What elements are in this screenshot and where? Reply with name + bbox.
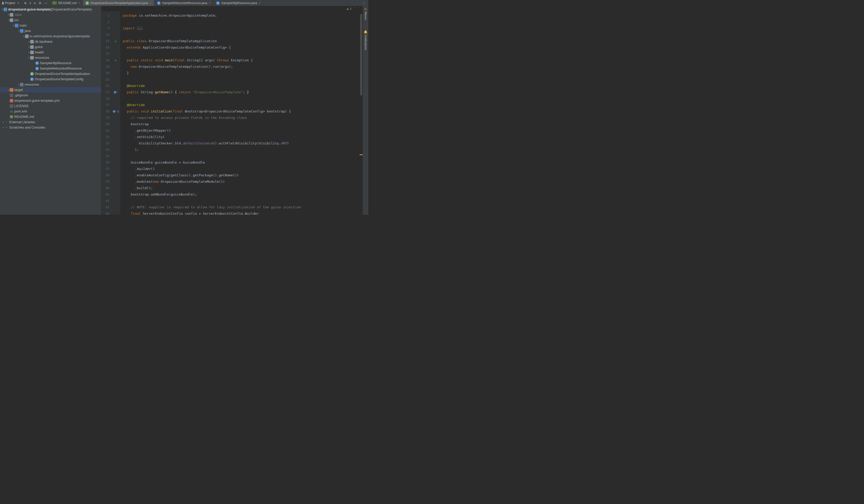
override-icon[interactable]: [113, 110, 115, 113]
gutter-icon-cell[interactable]: [112, 114, 120, 121]
line-number[interactable]: 17: [102, 51, 109, 57]
tree-node[interactable]: CDropwizardGuiceTemplateApplication: [0, 71, 101, 76]
tree-node[interactable]: ▾resources: [0, 55, 101, 60]
gutter-icon-cell[interactable]: [112, 179, 120, 185]
line-number[interactable]: 2: [102, 19, 109, 25]
code-line[interactable]: GuiceBundle guiceBundle = GuiceBundle: [123, 159, 360, 165]
tree-node[interactable]: LICENSE: [0, 103, 101, 109]
editor-tab[interactable]: CSampleHttpResource.java✕: [214, 0, 263, 6]
line-number[interactable]: 42: [102, 198, 109, 204]
gutter-icon-cell[interactable]: [112, 121, 120, 127]
code-line[interactable]: new DropwizardGuiceTemplateApplication()…: [123, 63, 360, 70]
close-icon[interactable]: ✕: [149, 1, 152, 4]
gutter-icon-cell[interactable]: [112, 204, 120, 210]
notifications-tool-button[interactable]: 🔔 Notifications: [364, 30, 368, 50]
gutter-icon-cell[interactable]: [112, 191, 120, 198]
code-line[interactable]: // NOTE: supplier is required to allow f…: [123, 204, 360, 210]
tree-node[interactable]: ▸✎Scratches and Consoles: [0, 125, 101, 130]
tree-node[interactable]: ▾io.sethmachine.dropwizardguicetemplate: [0, 34, 101, 39]
maven-tool-button[interactable]: m Maven: [364, 8, 367, 20]
settings-icon[interactable]: ⚙: [39, 1, 41, 5]
gutter-icon-cell[interactable]: [112, 76, 120, 83]
line-number[interactable]: 30: [102, 121, 109, 127]
close-icon[interactable]: ✕: [209, 1, 211, 4]
line-number[interactable]: 34: [102, 146, 109, 153]
code-line[interactable]: );: [123, 146, 360, 153]
project-tree[interactable]: ▾dropwizard-guice-template [DropwizardGu…: [0, 6, 101, 131]
line-number[interactable]: 40: [102, 185, 109, 191]
tabs-overflow[interactable]: ⋮: [360, 0, 368, 6]
line-number[interactable]: 33: [102, 140, 109, 146]
tree-node[interactable]: ▾src: [0, 17, 101, 23]
tree-node[interactable]: ▸health: [0, 50, 101, 55]
project-tree-panel[interactable]: ▾dropwizard-guice-template [DropwizardGu…: [0, 6, 101, 215]
code-line[interactable]: final ServerEndpointConfig config = Serv…: [123, 210, 360, 215]
gutter-icon-cell[interactable]: [112, 83, 120, 89]
tree-node[interactable]: CSampleWebsocketResource: [0, 66, 101, 71]
code-line[interactable]: .build();: [123, 185, 360, 191]
gutter-icon-cell[interactable]: ↑@: [112, 108, 120, 114]
tree-node[interactable]: CSampleHttpResource: [0, 60, 101, 66]
minimize-icon[interactable]: —: [44, 1, 47, 5]
code-line[interactable]: [123, 198, 360, 204]
gutter-icon-cell[interactable]: ▶: [112, 38, 120, 44]
line-number[interactable]: 23: [102, 89, 109, 95]
gutter-icon-cell[interactable]: [112, 159, 120, 165]
line-number[interactable]: 14: [102, 32, 109, 38]
tree-node[interactable]: .gitignore: [0, 93, 101, 98]
gutter-icon-cell[interactable]: ↑: [112, 89, 120, 95]
code-area[interactable]: package io.sethmachine.dropwizardguicete…: [120, 11, 360, 215]
tree-root[interactable]: ▾dropwizard-guice-template [DropwizardGu…: [0, 7, 101, 12]
gutter-icon-cell[interactable]: [112, 12, 120, 19]
tree-node[interactable]: mpom.xml: [0, 109, 101, 114]
tree-node[interactable]: ▸⫴External Libraries: [0, 119, 101, 125]
line-number[interactable]: 27: [102, 102, 109, 108]
line-number[interactable]: 3: [102, 25, 109, 32]
run-icon[interactable]: ▶: [115, 38, 117, 44]
code-line[interactable]: bootstrap: [123, 121, 360, 127]
code-line[interactable]: @Override: [123, 83, 360, 89]
more-icon[interactable]: ⋮: [363, 1, 366, 5]
line-number[interactable]: 43: [102, 204, 109, 210]
gutter-icon-cell[interactable]: [112, 165, 120, 172]
collapse-icon[interactable]: ≑: [34, 1, 36, 5]
line-number[interactable]: 19: [102, 63, 109, 70]
code-line[interactable]: public String getName() { return "Dropwi…: [123, 89, 360, 95]
code-line[interactable]: [123, 19, 360, 25]
next-highlight-icon[interactable]: ˅: [358, 7, 360, 11]
warnings-indicator[interactable]: ▲ 1: [346, 7, 351, 10]
gutter-icon-cell[interactable]: [112, 70, 120, 76]
code-line[interactable]: [123, 32, 360, 38]
tree-node[interactable]: ▾.idea: [0, 12, 101, 17]
line-number[interactable]: 38: [102, 172, 109, 179]
gutter-icon-cell[interactable]: [112, 172, 120, 179]
line-number[interactable]: 28: [102, 108, 109, 114]
gutter-icon-cell[interactable]: [112, 51, 120, 57]
code-line[interactable]: .setVisibility(: [123, 134, 360, 140]
line-number-gutter[interactable]: 1231415161718192021222326272829303132333…: [101, 11, 111, 215]
code-line[interactable]: VisibilityChecker.Std.defaultInstance().…: [123, 140, 360, 146]
tree-node[interactable]: ▸target: [0, 87, 101, 93]
tree-node[interactable]: CDropwizardGuiceTemplateConfig: [0, 76, 101, 82]
tree-node[interactable]: ▸guice: [0, 44, 101, 50]
code-line[interactable]: .enableAutoConfig(getClass().getPackage(…: [123, 172, 360, 179]
expand-icon[interactable]: ≡: [29, 1, 31, 5]
line-number[interactable]: 15: [102, 38, 109, 44]
line-number[interactable]: 21: [102, 76, 109, 83]
close-icon[interactable]: ✕: [78, 1, 80, 4]
line-number[interactable]: 37: [102, 165, 109, 172]
tree-node[interactable]: MREADME.md: [0, 114, 101, 119]
code-line[interactable]: extends Application<DropwizardGuiceTempl…: [123, 44, 360, 51]
code-line[interactable]: public class DropwizardGuiceTemplateAppl…: [123, 38, 360, 44]
gutter-icons[interactable]: ▶▶↑↑@: [111, 11, 120, 215]
line-number[interactable]: 18: [102, 57, 109, 63]
code-line[interactable]: [123, 51, 360, 57]
close-icon[interactable]: ✕: [259, 1, 261, 4]
code-line[interactable]: public void initialize(final Bootstrap<D…: [123, 108, 360, 114]
line-number[interactable]: 26: [102, 95, 109, 102]
code-line[interactable]: .getObjectMapper(): [123, 127, 360, 134]
line-number[interactable]: 35: [102, 153, 109, 159]
code-line[interactable]: import ...: [123, 25, 360, 32]
gutter-icon-cell[interactable]: [112, 140, 120, 146]
code-line[interactable]: .modules(new DropwizardGuiceTemplateModu…: [123, 179, 360, 185]
